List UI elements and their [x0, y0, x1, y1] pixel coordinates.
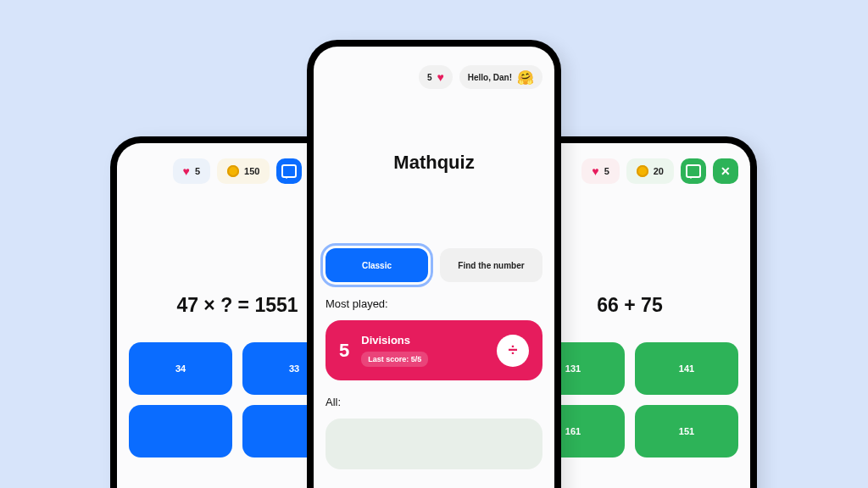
coin-icon	[227, 165, 239, 177]
mode-find-number[interactable]: Find the number	[440, 248, 542, 282]
chat-button[interactable]	[681, 158, 706, 184]
hearts-count: 5	[195, 166, 200, 176]
featured-score: Last score: 5/5	[361, 352, 428, 367]
hearts-count: 5	[427, 73, 432, 82]
featured-card-divisions[interactable]: 5 Divisions Last score: 5/5 ÷	[326, 320, 542, 380]
coins-count: 150	[244, 166, 259, 176]
hearts-count: 5	[604, 166, 609, 176]
chat-icon	[686, 164, 701, 178]
hearts-chip[interactable]: ♥ 5	[581, 158, 619, 184]
greeting-pill[interactable]: Hello, Dan! 🤗	[459, 65, 542, 89]
list-item[interactable]	[326, 419, 542, 469]
answer-option[interactable]: 34	[129, 342, 232, 395]
division-icon: ÷	[497, 335, 529, 367]
heart-icon: ♥	[437, 70, 443, 84]
heart-icon: ♥	[592, 164, 598, 178]
section-all: All:	[314, 396, 554, 408]
heart-icon: ♥	[183, 164, 190, 178]
section-most-played: Most played:	[314, 297, 554, 310]
answer-option[interactable]	[129, 405, 232, 458]
header-center: 5 ♥ Hello, Dan! 🤗	[314, 47, 554, 89]
greeting-text: Hello, Dan!	[468, 73, 512, 82]
featured-count: 5	[339, 340, 349, 362]
close-icon: ✕	[721, 164, 731, 178]
coins-chip[interactable]: 150	[217, 158, 270, 184]
coin-icon	[637, 165, 648, 177]
chat-button[interactable]	[276, 158, 302, 184]
chat-icon	[281, 164, 297, 178]
app-title: Mathquiz	[314, 152, 554, 174]
featured-name: Divisions	[361, 334, 428, 347]
hearts-pill[interactable]: 5 ♥	[419, 65, 453, 89]
coins-count: 20	[654, 166, 664, 176]
answer-option[interactable]: 151	[635, 405, 738, 458]
close-button[interactable]: ✕	[713, 158, 738, 184]
answer-option[interactable]: 141	[635, 342, 738, 395]
mode-classic[interactable]: Classic	[326, 248, 428, 282]
coins-chip[interactable]: 20	[626, 158, 674, 184]
hug-emoji-icon: 🤗	[517, 69, 534, 86]
phone-center: 5 ♥ Hello, Dan! 🤗 Mathquiz Classic Find …	[307, 40, 561, 488]
mode-row: Classic Find the number	[314, 248, 554, 282]
hearts-chip[interactable]: ♥ 5	[173, 158, 210, 184]
